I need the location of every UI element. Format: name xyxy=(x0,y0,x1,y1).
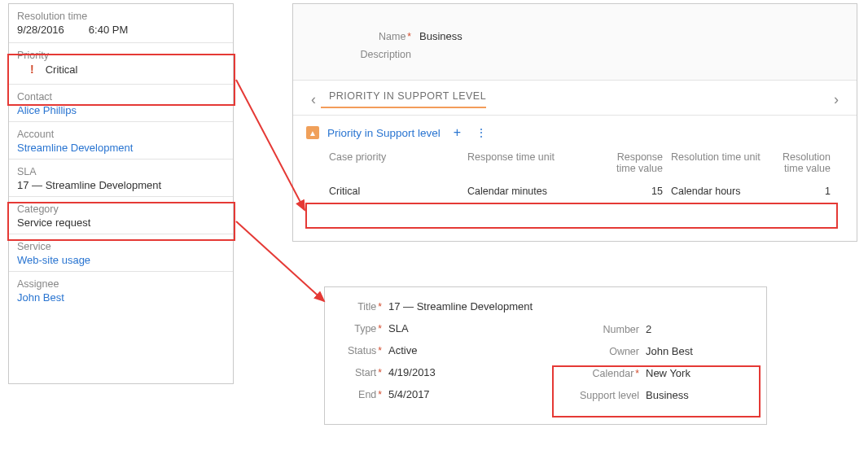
priority-value[interactable]: ! Critical xyxy=(9,63,233,84)
sla-value[interactable]: 17 — Streamline Development xyxy=(9,179,233,196)
priority-text: Critical xyxy=(46,63,78,76)
case-details-panel: Resolution time 9/28/2016 6:40 PM Priori… xyxy=(8,3,234,384)
section-header: ▲ Priority in Support level + ⋮ xyxy=(293,116,857,145)
tab-prev-icon[interactable]: ‹ xyxy=(306,91,321,108)
type-label: Type* xyxy=(335,323,382,334)
service-value[interactable]: Web-site usage xyxy=(9,254,233,271)
category-label: Category xyxy=(9,197,233,216)
priority-grid: Case priority Response time unit Respons… xyxy=(293,145,857,203)
description-field-label: Description xyxy=(293,49,411,60)
col-response-time-value[interactable]: Response time value xyxy=(598,151,671,174)
resolution-time-value: 9/28/2016 6:40 PM xyxy=(9,24,233,42)
calendar-label: Calendar* xyxy=(559,368,639,379)
grid-row[interactable]: Critical Calendar minutes 15 Calendar ho… xyxy=(329,177,844,203)
cell-case-priority: Critical xyxy=(329,186,467,197)
account-label: Account xyxy=(9,122,233,142)
end-label: End* xyxy=(335,389,382,400)
category-value[interactable]: Service request xyxy=(9,216,233,234)
col-resolution-time-value[interactable]: Resolution time value xyxy=(769,151,834,174)
number-label: Number xyxy=(559,324,639,335)
priority-label: Priority xyxy=(9,43,233,63)
cell-response-time-unit: Calendar minutes xyxy=(467,186,598,197)
start-value[interactable]: 4/19/2013 xyxy=(382,366,555,378)
number-value[interactable]: 2 xyxy=(639,323,760,335)
add-row-button[interactable]: + xyxy=(449,125,466,140)
resolution-time: 6:40 PM xyxy=(89,24,128,36)
col-response-time-unit[interactable]: Response time unit xyxy=(467,151,598,163)
support-level-panel: Name* Business Description ‹ PRIORITY IN… xyxy=(292,3,857,242)
resolution-time-label: Resolution time xyxy=(9,4,233,24)
tab-priority-support-level[interactable]: PRIORITY IN SUPPORT LEVEL xyxy=(321,90,486,108)
more-actions-icon[interactable]: ⋮ xyxy=(474,126,489,139)
tab-bar: ‹ PRIORITY IN SUPPORT LEVEL › xyxy=(293,81,857,116)
resolution-date: 9/28/2016 xyxy=(17,24,64,36)
title-value[interactable]: 17 — Streamline Development xyxy=(382,300,756,313)
name-field-label: Name* xyxy=(293,31,411,42)
section-title[interactable]: Priority in Support level xyxy=(327,127,441,139)
support-level-label: Support level xyxy=(559,390,639,401)
col-case-priority[interactable]: Case priority xyxy=(329,151,467,163)
col-resolution-time-unit[interactable]: Resolution time unit xyxy=(671,151,769,163)
owner-value[interactable]: John Best xyxy=(639,345,760,357)
cell-resolution-time-unit: Calendar hours xyxy=(671,186,769,197)
start-label: Start* xyxy=(335,367,382,378)
contact-value[interactable]: Alice Phillips xyxy=(9,104,233,121)
end-value[interactable]: 5/4/2017 xyxy=(382,388,555,400)
cell-resolution-time-value: 1 xyxy=(769,186,834,197)
owner-label: Owner xyxy=(559,346,639,357)
support-level-value[interactable]: Business xyxy=(639,389,760,401)
calendar-value[interactable]: New York xyxy=(639,367,760,379)
sla-record-panel: Title* 17 — Streamline Development Type*… xyxy=(324,286,767,425)
collapse-toggle-icon[interactable]: ▲ xyxy=(306,126,319,139)
account-value[interactable]: Streamline Development xyxy=(9,142,233,159)
assignee-value[interactable]: John Best xyxy=(9,291,233,308)
support-level-form: Name* Business Description xyxy=(293,4,857,81)
assignee-label: Assignee xyxy=(9,272,233,291)
name-field-value[interactable]: Business xyxy=(411,30,857,42)
cell-response-time-value: 15 xyxy=(598,186,671,197)
title-label: Title* xyxy=(335,301,382,313)
status-value[interactable]: Active xyxy=(382,344,555,356)
status-label: Status* xyxy=(335,345,382,356)
sla-label: SLA xyxy=(9,160,233,179)
grid-header: Case priority Response time unit Respons… xyxy=(329,148,844,177)
contact-label: Contact xyxy=(9,85,233,104)
critical-icon: ! xyxy=(30,63,34,76)
type-value[interactable]: SLA xyxy=(382,322,555,334)
service-label: Service xyxy=(9,234,233,254)
tab-next-icon[interactable]: › xyxy=(829,91,844,108)
